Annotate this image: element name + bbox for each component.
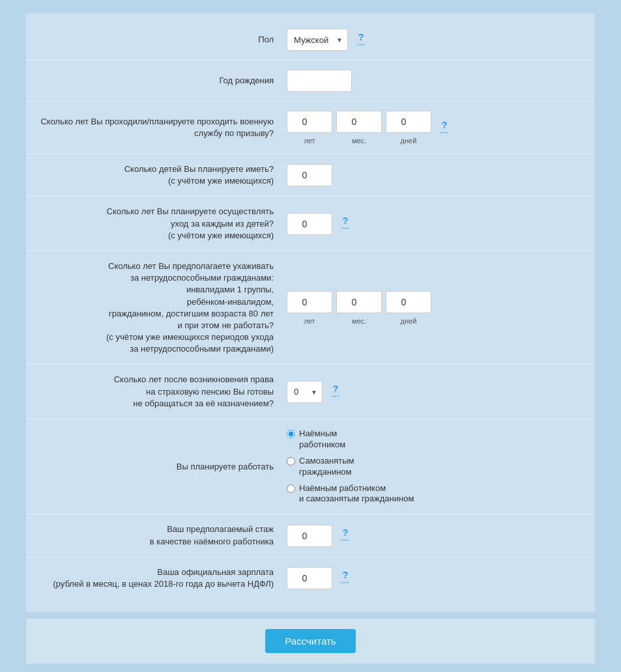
children-count-label: Сколько детей Вы планируете иметь?(с учё… <box>39 163 287 187</box>
disability-care-unit-group: лет мес. дней <box>287 291 431 325</box>
disability-years-item: лет <box>287 291 332 325</box>
child-care-label: Сколько лет Вы планируете осуществлятьух… <box>39 206 287 242</box>
work-type-control: Наёмнымработником Самозанятымгражданином… <box>287 428 575 505</box>
salary-label: Ваша официальная зарплата(рублей в месяц… <box>39 567 287 590</box>
work-type-radio-group: Наёмнымработником Самозанятымгражданином… <box>287 428 414 505</box>
work-type-self-option[interactable]: Самозанятымгражданином <box>287 456 414 478</box>
calculate-button[interactable]: Рассчитать <box>265 629 355 653</box>
pension-delay-select[interactable]: 0 1 2 3 4 5 6 7 8 9 10 <box>287 381 323 403</box>
military-years-item: лет <box>287 111 332 145</box>
birth-year-control <box>287 70 575 92</box>
disability-care-row: Сколько лет Вы предполагаете ухаживатьза… <box>26 251 595 365</box>
child-care-row: Сколько лет Вы планируете осуществлятьух… <box>26 197 595 251</box>
military-days-item: дней <box>386 111 431 145</box>
disability-days-input[interactable] <box>386 291 431 313</box>
birth-year-row: Год рождения <box>26 61 595 102</box>
birth-year-input[interactable] <box>287 70 352 92</box>
work-type-row: Вы планируете работать Наёмнымработником… <box>26 419 595 514</box>
work-type-hired-label: Наёмнымработником <box>299 428 345 451</box>
military-service-label: Сколько лет Вы проходили/планируете прох… <box>39 116 287 139</box>
gender-select-wrapper: Мужской Женский ▼ <box>287 29 348 51</box>
work-experience-help-link[interactable]: ?--- <box>341 528 349 543</box>
disability-months-input[interactable] <box>336 291 382 313</box>
military-months-input[interactable] <box>336 111 382 133</box>
children-count-input[interactable] <box>287 164 332 186</box>
gender-control: Мужской Женский ▼ ?--- <box>287 29 575 51</box>
military-months-item: мес. <box>336 111 382 145</box>
salary-help-link[interactable]: ?--- <box>341 570 349 585</box>
page-wrapper: Пол Мужской Женский ▼ ?--- Год рождения <box>0 0 621 672</box>
military-years-input[interactable] <box>287 111 332 133</box>
pension-delay-label: Сколько лет после возникновения правана … <box>39 374 287 410</box>
child-care-help-link[interactable]: ?--- <box>341 216 349 231</box>
work-type-both-option[interactable]: Наёмным работникоми самозанятым граждани… <box>287 483 414 505</box>
work-type-hired-radio[interactable] <box>287 430 295 438</box>
child-care-input[interactable] <box>287 213 332 235</box>
children-count-row: Сколько детей Вы планируете иметь?(с учё… <box>26 154 595 197</box>
disability-years-input[interactable] <box>287 291 332 313</box>
gender-row: Пол Мужской Женский ▼ ?--- <box>26 20 595 61</box>
disability-days-item: дней <box>386 291 431 325</box>
work-type-both-label: Наёмным работникоми самозанятым граждани… <box>299 483 414 505</box>
disability-years-label: лет <box>304 317 315 325</box>
work-type-label: Вы планируете работать <box>39 461 287 473</box>
form-container: Пол Мужской Женский ▼ ?--- Год рождения <box>26 13 595 612</box>
pension-delay-select-wrapper: 0 1 2 3 4 5 6 7 8 9 10 ▼ <box>287 381 323 403</box>
military-help-link[interactable]: ?--- <box>440 120 448 135</box>
work-type-both-radio[interactable] <box>287 484 295 493</box>
disability-days-label: дней <box>401 317 417 325</box>
gender-help-link[interactable]: ?--- <box>357 33 365 48</box>
work-experience-input[interactable] <box>287 525 332 547</box>
military-days-label: дней <box>401 137 417 145</box>
gender-label: Пол <box>39 34 287 46</box>
pension-delay-help-link[interactable]: ?--- <box>332 384 339 399</box>
disability-months-item: мес. <box>336 291 382 325</box>
military-months-label: мес. <box>352 137 366 145</box>
salary-input[interactable] <box>287 567 332 589</box>
military-years-label: лет <box>304 137 315 145</box>
disability-care-label: Сколько лет Вы предполагаете ухаживатьза… <box>39 260 287 356</box>
disability-care-control: лет мес. дней <box>287 291 575 325</box>
military-service-unit-group: лет мес. дней <box>287 111 431 145</box>
pension-delay-control: 0 1 2 3 4 5 6 7 8 9 10 ▼ ?--- <box>287 381 575 403</box>
work-type-hired-option[interactable]: Наёмнымработником <box>287 428 414 451</box>
birth-year-label: Год рождения <box>39 75 287 87</box>
military-service-row: Сколько лет Вы проходили/планируете прох… <box>26 102 595 154</box>
work-experience-row: Ваш предполагаемый стажв качестве наёмно… <box>26 514 595 557</box>
children-count-control <box>287 164 575 186</box>
work-experience-label: Ваш предполагаемый стажв качестве наёмно… <box>39 524 287 547</box>
disability-months-label: мес. <box>352 317 366 325</box>
work-experience-control: ?--- <box>287 525 575 547</box>
salary-row: Ваша официальная зарплата(рублей в месяц… <box>26 557 595 599</box>
military-days-input[interactable] <box>386 111 431 133</box>
gender-select[interactable]: Мужской Женский <box>287 29 348 51</box>
pension-delay-row: Сколько лет после возникновения правана … <box>26 365 595 419</box>
salary-control: ?--- <box>287 567 575 589</box>
bottom-bar: Рассчитать <box>26 619 595 664</box>
military-service-control: лет мес. дней ?--- <box>287 111 575 145</box>
child-care-control: ?--- <box>287 213 575 235</box>
work-type-self-label: Самозанятымгражданином <box>299 456 354 478</box>
work-type-self-radio[interactable] <box>287 457 295 466</box>
